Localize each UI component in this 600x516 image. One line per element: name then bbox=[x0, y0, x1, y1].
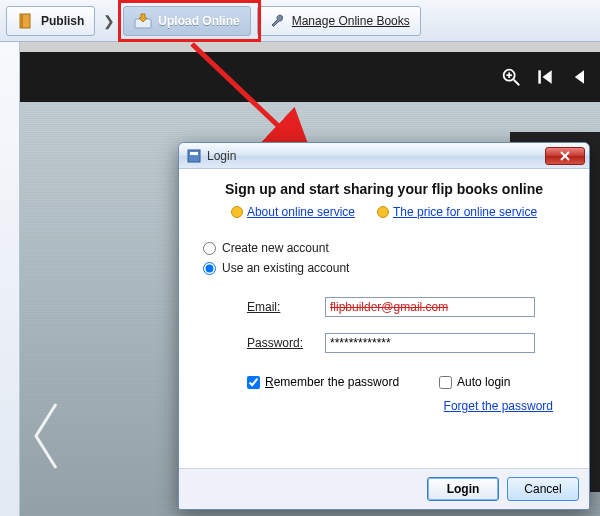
zoom-in-icon[interactable] bbox=[498, 64, 524, 90]
prev-icon[interactable] bbox=[566, 64, 592, 90]
autologin-label: Auto login bbox=[457, 375, 510, 389]
page-prev-arrow[interactable] bbox=[26, 396, 66, 476]
close-button[interactable] bbox=[545, 147, 585, 165]
radio-create-account[interactable]: Create new account bbox=[203, 241, 571, 255]
radio-existing-label: Use an existing account bbox=[222, 261, 349, 275]
book-icon bbox=[17, 12, 35, 30]
upload-icon bbox=[134, 12, 152, 30]
options-row: Remember the password Auto login bbox=[247, 375, 571, 389]
price-service-link[interactable]: The price for online service bbox=[377, 205, 537, 219]
price-service-label: The price for online service bbox=[393, 205, 537, 219]
autologin-checkbox[interactable] bbox=[439, 376, 452, 389]
dialog-title: Login bbox=[207, 149, 539, 163]
dialog-buttons: Login Cancel bbox=[179, 468, 589, 509]
email-field[interactable] bbox=[325, 297, 535, 317]
svg-rect-1 bbox=[21, 14, 23, 28]
chevron-right-icon: ❯ bbox=[101, 13, 117, 29]
app-icon bbox=[187, 149, 201, 163]
viewer-top-bar bbox=[20, 52, 600, 102]
dialog-titlebar: Login bbox=[179, 143, 589, 169]
password-label: Password: bbox=[247, 336, 325, 350]
cancel-button[interactable]: Cancel bbox=[507, 477, 579, 501]
bulb-icon bbox=[377, 206, 389, 218]
bulb-icon bbox=[231, 206, 243, 218]
svg-line-4 bbox=[514, 80, 520, 86]
auto-login-check[interactable]: Auto login bbox=[439, 375, 510, 389]
info-links: About online service The price for onlin… bbox=[197, 205, 571, 219]
close-icon bbox=[560, 151, 570, 161]
svg-rect-9 bbox=[188, 150, 200, 162]
about-service-link[interactable]: About online service bbox=[231, 205, 355, 219]
left-rail bbox=[0, 42, 20, 516]
account-mode-group: Create new account Use an existing accou… bbox=[203, 235, 571, 281]
about-service-label: About online service bbox=[247, 205, 355, 219]
radio-existing-input[interactable] bbox=[203, 262, 216, 275]
login-button[interactable]: Login bbox=[427, 477, 499, 501]
first-page-icon[interactable] bbox=[532, 64, 558, 90]
manage-books-label: Manage Online Books bbox=[292, 14, 410, 28]
password-field[interactable] bbox=[325, 333, 535, 353]
radio-create-input[interactable] bbox=[203, 242, 216, 255]
password-row: Password: bbox=[247, 333, 571, 353]
dialog-body: Sign up and start sharing your flip book… bbox=[179, 169, 589, 468]
wrench-icon bbox=[268, 12, 286, 30]
upload-online-button[interactable]: Upload Online bbox=[123, 6, 250, 36]
remember-checkbox[interactable] bbox=[247, 376, 260, 389]
radio-existing-account[interactable]: Use an existing account bbox=[203, 261, 571, 275]
radio-create-label: Create new account bbox=[222, 241, 329, 255]
remember-password-check[interactable]: Remember the password bbox=[247, 375, 399, 389]
publish-label: Publish bbox=[41, 14, 84, 28]
svg-rect-7 bbox=[538, 70, 541, 83]
svg-rect-10 bbox=[190, 152, 198, 155]
dialog-heading: Sign up and start sharing your flip book… bbox=[197, 181, 571, 197]
forget-password-link[interactable]: Forget the password bbox=[444, 399, 553, 413]
email-label: Email: bbox=[247, 300, 325, 314]
publish-button[interactable]: Publish bbox=[6, 6, 95, 36]
login-dialog: Login Sign up and start sharing your fli… bbox=[178, 142, 590, 510]
email-row: Email: bbox=[247, 297, 571, 317]
remember-label: Remember the password bbox=[265, 375, 399, 389]
toolbar: Publish ❯ Upload Online Manage Online Bo… bbox=[0, 0, 600, 42]
forget-row: Forget the password bbox=[197, 399, 553, 413]
upload-online-label: Upload Online bbox=[158, 14, 239, 28]
manage-books-button[interactable]: Manage Online Books bbox=[257, 6, 421, 36]
